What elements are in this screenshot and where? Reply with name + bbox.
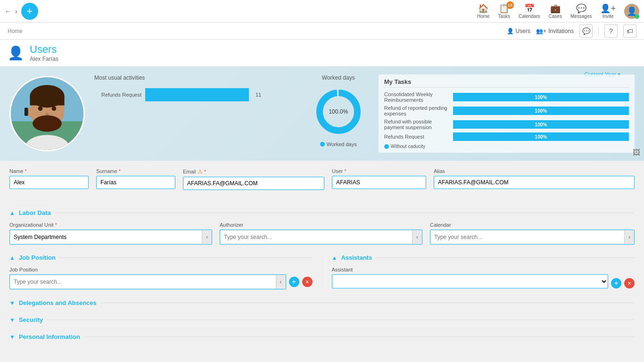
email-warning-icon: ⚠ [198, 168, 203, 175]
job-header-line [59, 257, 313, 258]
messages-nav-item[interactable]: 💬 Messages [570, 3, 592, 19]
page-title: Users [30, 43, 58, 56]
org-unit-label: Organizational Unit * [9, 222, 212, 228]
donut-legend: Worked days [320, 141, 357, 147]
email-group: Email ⚠ * [183, 168, 324, 190]
svg-point-7 [52, 106, 57, 111]
page-title-text: Users Alex Farías [30, 43, 58, 62]
profile-svg [11, 77, 83, 150]
tasks-nav-item[interactable]: 📋 18 Tasks [498, 3, 510, 19]
back-arrow[interactable]: ← [5, 8, 11, 15]
assistants-title: Assistants [341, 254, 372, 261]
labor-data-header[interactable]: ▲ Labor Data [9, 209, 635, 216]
alias-label: Alias [434, 168, 635, 174]
job-position-header[interactable]: ▲ Job Position [9, 254, 313, 261]
personal-info-title: Personal Information [19, 333, 80, 340]
alias-input[interactable] [434, 176, 635, 189]
top-navigation: ← › + 🏠 Home 📋 18 Tasks 📅 Calendars 💼 [0, 0, 644, 23]
assistant-select[interactable] [332, 274, 609, 288]
task-percent: 100% [535, 108, 547, 114]
upload-photo-button[interactable]: 🖼 [633, 148, 640, 157]
calendar-input[interactable] [430, 231, 624, 243]
name-label: Name * [9, 168, 89, 174]
job-position-input[interactable] [10, 276, 276, 288]
org-unit-search-button[interactable]: ‹ [202, 230, 212, 244]
surname-group: Surname * [96, 168, 175, 190]
job-add-button[interactable]: + [289, 277, 299, 287]
user-avatar-container[interactable]: 👤 [624, 4, 639, 19]
cases-nav-item[interactable]: 💼 Cases [549, 3, 562, 19]
donut-chart: 100.0% [313, 86, 364, 138]
job-remove-button[interactable]: × [302, 277, 313, 287]
task-bar: 100% [453, 93, 629, 101]
labor-fields-row: Organizational Unit * ‹ Authorizer ‹ Cal… [9, 222, 635, 245]
svg-point-6 [38, 106, 43, 111]
task-bar-container: 100% [453, 107, 629, 115]
job-search-field: ‹ [9, 274, 286, 289]
delegations-section: ▼ Delegations and Absences [0, 295, 644, 306]
tasks-list: Consolidated Weekly Reimbursements 100% … [384, 91, 629, 141]
my-tasks-title: My Tasks [384, 78, 629, 88]
task-row: Consolidated Weekly Reimbursements 100% [384, 91, 629, 103]
user-required: * [344, 168, 346, 174]
assistants-header[interactable]: ▲ Assistants [332, 254, 635, 261]
authorizer-search-button[interactable]: ‹ [412, 230, 422, 244]
assistant-add-button[interactable]: + [611, 278, 621, 288]
invitations-icon: 👥+ [536, 28, 546, 34]
svg-point-9 [33, 115, 62, 132]
personal-info-header-line [84, 337, 635, 337]
security-header-line [47, 320, 635, 320]
task-name: Refund of reported pending expenses [384, 105, 450, 116]
security-chevron-icon: ▼ [9, 317, 15, 323]
labor-chevron-icon: ▲ [9, 210, 15, 216]
tag-button[interactable]: 🏷 [623, 25, 636, 38]
authorizer-input[interactable] [220, 231, 412, 243]
surname-required: * [119, 168, 121, 174]
breadcrumb: Home [8, 28, 23, 34]
user-label: User * [332, 168, 426, 174]
activities-section: Most usual activities Refunds Request 11 [94, 74, 298, 153]
calendars-nav-item[interactable]: 📅 Calendars [519, 3, 540, 19]
org-unit-input[interactable] [10, 231, 202, 243]
second-header: Home 👤 Users 👥+ Invitations 💬 ? 🏷 [0, 23, 644, 40]
surname-input[interactable] [96, 176, 175, 189]
home-nav-item[interactable]: 🏠 Home [477, 3, 490, 19]
activity-bar [145, 88, 249, 101]
calendar-label: Calendar [430, 222, 635, 228]
security-header[interactable]: ▼ Security [9, 316, 635, 323]
activities-title: Most usual activities [94, 74, 298, 81]
calendar-group: Calendar ‹ [430, 222, 635, 245]
tasks-legend: Without caducity [384, 144, 629, 149]
chat-button[interactable]: 💬 [579, 25, 593, 38]
users-person-icon: 👤 [507, 28, 514, 34]
assistant-label: Assistant [332, 267, 635, 272]
top-nav-right: 🏠 Home 📋 18 Tasks 📅 Calendars 💼 Cases 💬 … [477, 3, 639, 19]
forward-arrow[interactable]: › [15, 8, 17, 15]
help-button[interactable]: ? [604, 25, 618, 38]
add-button[interactable]: + [21, 3, 38, 20]
user-input[interactable] [332, 176, 426, 189]
email-label: Email ⚠ * [183, 168, 324, 175]
org-unit-required: * [55, 222, 57, 228]
assistants-header-line [376, 257, 635, 258]
org-unit-field: ‹ [9, 230, 212, 245]
security-section: ▼ Security [0, 312, 644, 323]
invitations-link[interactable]: 👥+ Invitations [536, 28, 574, 34]
calendars-icon: 📅 [524, 3, 535, 14]
header-actions: 👤 Users 👥+ Invitations 💬 ? 🏷 [507, 25, 636, 38]
name-input[interactable] [9, 176, 89, 189]
svg-rect-11 [25, 107, 28, 115]
assistant-row: + × [332, 274, 635, 288]
job-search-button[interactable]: ‹ [276, 275, 286, 289]
invite-nav-item[interactable]: 👤+ Invite [600, 3, 616, 19]
task-bar-container: 100% [453, 132, 629, 141]
users-link[interactable]: 👤 Users [507, 28, 530, 34]
worked-days-title: Worked days [322, 74, 355, 81]
task-bar-container: 100% [453, 93, 629, 101]
delegations-header[interactable]: ▼ Delegations and Absences [9, 299, 635, 306]
assistant-remove-button[interactable]: × [624, 278, 635, 288]
email-input[interactable] [183, 177, 324, 190]
task-row: Refunds Request 100% [384, 132, 629, 141]
calendar-search-button[interactable]: ‹ [624, 230, 634, 244]
personal-info-header[interactable]: ▼ Personal Information [9, 333, 635, 340]
